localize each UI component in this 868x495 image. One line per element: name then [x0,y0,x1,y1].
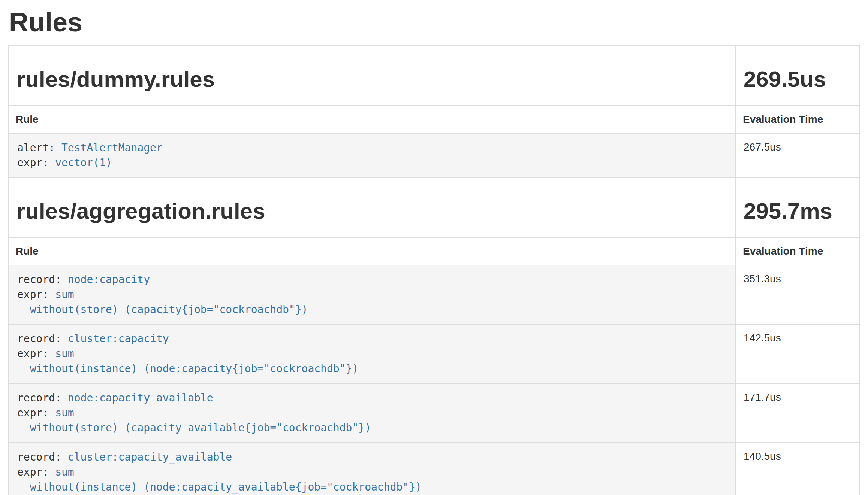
eval-time-value: 351.3us [736,265,859,324]
rule-row: record: cluster:capacity_available expr:… [9,443,859,495]
rule-row: alert: TestAlertManager expr: vector(1) … [9,133,859,177]
expr-link-continuation[interactable]: without(store) (capacity_available{job="… [17,422,371,434]
expr-keyword-label: expr: [17,347,55,360]
rule-code-line: expr: sum [17,406,727,420]
group-file-cell: rules/aggregation.rules [9,177,736,237]
rule-code-line: without(instance) (node:capacity_availab… [17,480,727,495]
rule-code-line: record: node:capacity_available [17,391,727,406]
expr-link[interactable]: sum [55,407,74,419]
rule-code-line: without(store) (capacity{job="cockroachd… [17,302,727,317]
column-header-eval-time: Evaluation Time [736,237,859,265]
eval-time-value: 142.5us [736,324,859,383]
rule-code-cell: record: cluster:capacity expr: sum witho… [9,324,736,383]
eval-time-value: 140.5us [736,443,859,495]
rule-code-line: record: node:capacity [17,272,727,287]
column-header-row: Rule Evaluation Time [9,106,859,133]
group-file-heading: rules/dummy.rules [16,67,728,92]
rule-code-cell: record: node:capacity_available expr: su… [9,383,736,443]
group-heading-row: rules/dummy.rules 269.5us [9,46,859,106]
expr-link[interactable]: vector(1) [55,157,112,169]
alert-name-link[interactable]: TestAlertManager [61,142,163,154]
group-eval-time-heading: 269.5us [744,67,852,92]
rule-code-cell: record: node:capacity expr: sum without(… [9,265,736,324]
expr-link[interactable]: sum [55,347,74,360]
group-eval-time-heading: 295.7ms [744,199,852,224]
rule-keyword-label: alert: [17,142,61,154]
rule-code-line: expr: vector(1) [17,155,727,170]
rule-row: record: node:capacity expr: sum without(… [9,265,859,324]
expr-link-continuation[interactable]: without(instance) (node:capacity_availab… [17,481,422,493]
rule-code-line: expr: sum [17,346,727,361]
rule-row: record: node:capacity_available expr: su… [9,383,859,443]
expr-keyword-label: expr: [17,288,55,301]
record-name-link[interactable]: cluster:capacity_available [68,451,232,463]
record-name-link[interactable]: node:capacity [68,273,150,286]
column-header-row: Rule Evaluation Time [9,237,859,265]
rule-code-line: expr: sum [17,465,727,480]
rule-code-line: record: cluster:capacity_available [17,450,727,465]
rule-row: record: cluster:capacity expr: sum witho… [9,324,859,383]
group-file-cell: rules/dummy.rules [9,46,736,106]
rule-code-line: without(store) (capacity_available{job="… [17,420,727,435]
record-name-link[interactable]: node:capacity_available [68,392,213,404]
eval-time-value: 267.5us [736,133,859,177]
expr-link[interactable]: sum [55,288,74,301]
rule-code-line: without(instance) (node:capacity{job="co… [17,361,727,376]
rule-code-line: expr: sum [17,287,727,302]
rule-keyword-label: record: [17,392,68,404]
group-heading-row: rules/aggregation.rules 295.7ms [9,177,859,237]
group-eval-cell: 295.7ms [736,177,859,237]
rule-keyword-label: record: [17,273,68,286]
rule-code-line: alert: TestAlertManager [17,140,727,155]
column-header-eval-time: Evaluation Time [736,106,859,133]
rule-code-cell: record: cluster:capacity_available expr:… [9,443,736,495]
eval-time-value: 171.7us [736,383,859,443]
expr-keyword-label: expr: [17,157,55,169]
expr-link-continuation[interactable]: without(instance) (node:capacity{job="co… [17,362,358,375]
group-file-heading: rules/aggregation.rules [16,199,728,224]
rule-keyword-label: record: [17,332,68,345]
page-title: Rules [9,7,860,37]
expr-keyword-label: expr: [17,466,55,478]
expr-link[interactable]: sum [55,466,74,478]
group-eval-cell: 269.5us [736,46,859,106]
rules-table: rules/dummy.rules 269.5us Rule Evaluatio… [8,45,860,495]
column-header-rule: Rule [9,237,736,265]
rule-code-cell: alert: TestAlertManager expr: vector(1) [9,133,736,177]
expr-keyword-label: expr: [17,407,55,419]
column-header-rule: Rule [9,106,736,133]
rule-keyword-label: record: [17,451,68,463]
record-name-link[interactable]: cluster:capacity [68,332,169,345]
expr-link-continuation[interactable]: without(store) (capacity{job="cockroachd… [17,303,308,316]
rule-code-line: record: cluster:capacity [17,331,727,346]
